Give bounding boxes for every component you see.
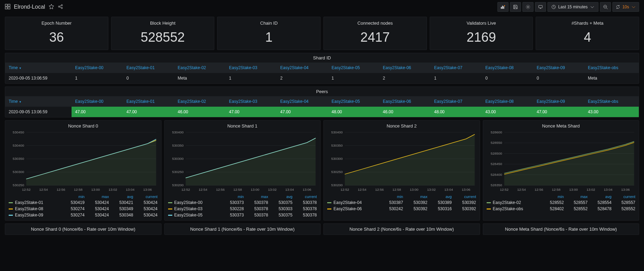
stat-panel[interactable]: #Shards + Meta 4 — [536, 17, 639, 50]
dashboard-grid-icon[interactable] — [5, 4, 10, 10]
refresh-label: 10s — [622, 5, 629, 9]
stat-panel[interactable]: Validators Live 2169 — [430, 17, 533, 50]
chart-plot[interactable]: 52835052840052845052850052855052860012:5… — [485, 130, 637, 192]
table-cell: 47.00 — [277, 107, 328, 117]
legend-row[interactable]: Easy2Stake-04 530387530392530389530392 — [326, 199, 478, 206]
stat-label: Chain ID — [217, 20, 320, 26]
svg-text:528400: 528400 — [490, 173, 502, 176]
column-header[interactable]: Easy2Stake-03 — [225, 63, 277, 73]
view-mode-button[interactable] — [535, 2, 546, 12]
header-left: Elrond-Local — [5, 4, 63, 10]
table-cell: 47.00 — [225, 107, 277, 117]
svg-text:530200: 530200 — [331, 183, 343, 187]
refresh-interval-picker[interactable]: 10s — [612, 2, 639, 12]
column-header[interactable]: Easy2Stake-00 — [72, 63, 123, 73]
column-header[interactable]: Easy2Stake-08 — [482, 96, 533, 107]
svg-text:12:54: 12:54 — [517, 188, 526, 191]
column-header[interactable]: Easy2Stake-03 — [225, 96, 277, 107]
table-cell: 47.00 — [72, 107, 123, 117]
column-header[interactable]: Easy2Stake-05 — [328, 96, 379, 107]
stat-panel[interactable]: Connected nodes 2417 — [323, 17, 427, 50]
svg-text:13:06: 13:06 — [621, 188, 630, 191]
zoom-out-button[interactable] — [600, 2, 611, 12]
column-header[interactable]: Time▼ — [5, 63, 72, 73]
rate-panel-header[interactable]: Nonce Meta Shard (Nonce/6s - Rate over 1… — [483, 223, 639, 235]
rate-panel-header[interactable]: Nonce Shard 1 (Nonce/6s - Rate over 10m … — [164, 223, 321, 235]
column-header[interactable]: Easy2Stake-02 — [174, 96, 226, 107]
add-panel-button[interactable] — [497, 2, 509, 12]
column-header[interactable]: Easy2Stake-01 — [123, 63, 174, 73]
column-header[interactable]: Easy2Stake-08 — [482, 63, 533, 73]
dashboard-title[interactable]: Elrond-Local — [14, 4, 45, 10]
chart-title: Nonce Shard 1 — [167, 123, 319, 129]
svg-text:530400: 530400 — [331, 130, 343, 134]
share-icon[interactable] — [58, 4, 63, 10]
chart-panel[interactable]: Nonce Shard 0 53025053030053035053040053… — [5, 120, 162, 221]
stat-label: Block Height — [112, 20, 214, 26]
column-header[interactable]: Easy2Stake-obs — [585, 96, 639, 107]
legend-row[interactable]: Easy2Stake-01 530419530424530421530424 — [7, 199, 159, 206]
table-cell: Meta — [174, 73, 226, 83]
stat-label: Epoch Number — [5, 20, 108, 26]
chart-title: Nonce Shard 0 — [7, 123, 159, 129]
legend-row[interactable]: Easy2Stake-06 530242530392530316530392 — [326, 206, 478, 212]
column-header[interactable]: Easy2Stake-00 — [72, 96, 123, 107]
legend-row[interactable]: Easy2Stake-05 530373530378530375530378 — [167, 212, 319, 218]
svg-text:12:54: 12:54 — [358, 188, 366, 191]
column-header[interactable]: Easy2Stake-04 — [277, 96, 328, 107]
star-icon[interactable] — [49, 4, 54, 10]
save-button[interactable] — [510, 2, 521, 12]
chart-legend: minmaxavgcurrent Easy2Stake-01 530419530… — [7, 192, 159, 218]
legend-row[interactable]: Easy2Stake-03 530228530378530303530378 — [167, 206, 319, 212]
svg-rect-11 — [539, 6, 543, 8]
legend-row[interactable]: Easy2Stake-09 530274530424530348530424 — [7, 212, 159, 218]
svg-text:530350: 530350 — [172, 143, 184, 147]
legend-row[interactable]: Easy2Stake-00 530373530378530375530378 — [167, 199, 319, 206]
svg-text:13:00: 13:00 — [410, 188, 419, 191]
chart-panel[interactable]: Nonce Shard 2 53020053025053030053035053… — [323, 120, 480, 221]
column-header[interactable]: Time▼ — [5, 96, 72, 107]
stat-label: Connected nodes — [324, 20, 427, 26]
column-header[interactable]: Easy2Stake-06 — [379, 63, 431, 73]
chart-plot[interactable]: 53020053025053030053035053040012:5212:54… — [326, 130, 478, 192]
chart-plot[interactable]: 53020053025053030053035053040012:5212:54… — [167, 130, 319, 192]
column-header[interactable]: Easy2Stake-04 — [277, 63, 328, 73]
column-header[interactable]: Easy2Stake-obs — [585, 63, 639, 73]
svg-text:13:04: 13:04 — [444, 188, 453, 191]
svg-point-4 — [58, 6, 60, 7]
column-header[interactable]: Easy2Stake-09 — [533, 63, 585, 73]
table-cell: 48.00 — [328, 107, 379, 117]
column-header[interactable]: Easy2Stake-09 — [533, 96, 585, 107]
svg-text:12:52: 12:52 — [340, 188, 349, 191]
svg-rect-9 — [503, 6, 504, 9]
peers-table-panel: Peers Time▼Easy2Stake-00Easy2Stake-01Eas… — [5, 87, 639, 117]
rate-panel-header[interactable]: Nonce Shard 2 (Nonce/6s - Rate over 10m … — [323, 223, 480, 235]
svg-text:12:54: 12:54 — [199, 188, 207, 191]
stat-panel[interactable]: Block Height 528552 — [111, 17, 215, 50]
stat-value: 2169 — [430, 30, 533, 45]
rate-panel-header[interactable]: Nonce Shard 0 (Nonce/6s - Rate over 10m … — [5, 223, 162, 235]
column-header[interactable]: Easy2Stake-02 — [174, 63, 226, 73]
chart-plot[interactable]: 53025053030053035053040053045012:5212:54… — [7, 130, 159, 192]
stat-panel[interactable]: Chain ID 1 — [217, 17, 321, 50]
column-header[interactable]: Easy2Stake-07 — [431, 63, 482, 73]
stat-value: 1 — [217, 30, 320, 45]
column-header[interactable]: Easy2Stake-01 — [123, 96, 174, 107]
chevron-down-icon — [590, 5, 595, 9]
column-header[interactable]: Easy2Stake-07 — [431, 96, 482, 107]
chart-panel[interactable]: Nonce Shard 1 53020053025053030053035053… — [164, 120, 321, 221]
stat-value: 2417 — [324, 30, 427, 45]
chart-legend: minmaxavgcurrent Easy2Stake-04 530387530… — [326, 192, 478, 212]
column-header[interactable]: Easy2Stake-06 — [379, 96, 431, 107]
legend-row[interactable]: Easy2Stake-08 530274530424530349530424 — [7, 206, 159, 212]
legend-row[interactable]: Easy2Stake-02 528552528557528554528557 — [485, 199, 637, 206]
table-cell: 47.00 — [533, 107, 585, 117]
settings-button[interactable] — [522, 2, 534, 12]
legend-row[interactable]: Easy2Stake-obs 528402528552528478528552 — [485, 206, 637, 212]
stat-panel[interactable]: Epoch Number 36 — [5, 17, 108, 50]
svg-text:13:02: 13:02 — [586, 188, 595, 191]
column-header[interactable]: Easy2Stake-05 — [328, 63, 379, 73]
chart-panel[interactable]: Nonce Meta Shard 52835052840052845052850… — [483, 120, 639, 221]
time-range-picker[interactable]: Last 15 minutes — [547, 2, 598, 12]
shard-id-table-panel: Shard ID Time▼Easy2Stake-00Easy2Stake-01… — [5, 53, 639, 84]
